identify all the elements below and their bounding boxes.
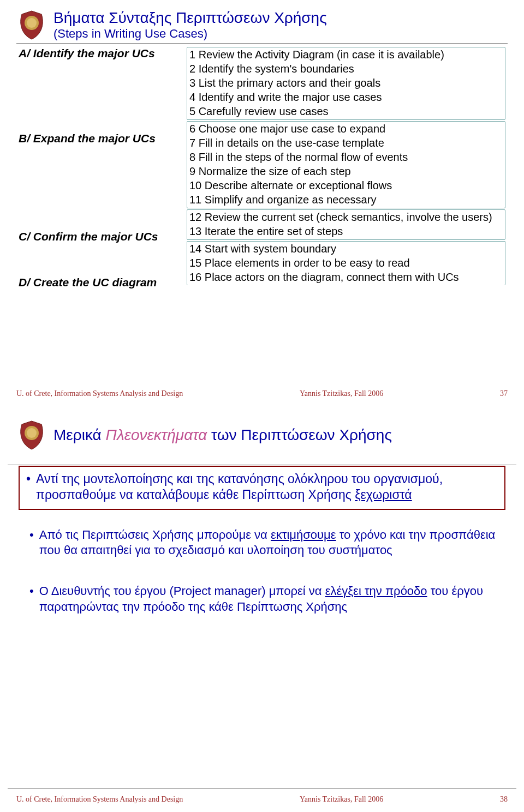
bullet-icon: • <box>26 471 31 503</box>
group-a-box: 1 Review the Activity Diagram (in case i… <box>187 47 505 120</box>
group-d-box: 14 Start with system boundary 15 Place e… <box>187 241 505 285</box>
step-line: 8 Fill in the steps of the normal flow o… <box>189 151 503 164</box>
step-line: 14 Start with system boundary <box>189 242 503 256</box>
step-line: 10 Describe alternate or exceptional flo… <box>189 179 503 193</box>
title-block: Μερικά Πλεονεκτήματα των Περιπτώσεων Χρή… <box>16 420 508 450</box>
svg-point-3 <box>27 428 37 438</box>
footer-mid: Yannis Tzitzikas, Fall 2006 <box>300 795 383 804</box>
university-logo-icon <box>16 420 47 450</box>
step-line: 15 Place elements in order to be easy to… <box>189 256 503 270</box>
step-line: 11 Simplify and organize as necessary <box>189 193 503 207</box>
step-line: 7 Fill in details on the use-case templa… <box>189 136 503 150</box>
step-line: 9 Normalize the size of each step <box>189 165 503 178</box>
phase-c-label: C/ Confirm the major UCs <box>19 230 182 243</box>
advantage-2: • Από τις Περιπτώσεις Χρήσης μπορούμε να… <box>16 527 508 558</box>
slide-subtitle: (Steps in Writing Use Cases) <box>53 27 327 41</box>
phase-d-label: D/ Create the UC diagram <box>19 276 182 289</box>
group-c-box: 12 Review the current set (check semanti… <box>187 209 505 240</box>
slide-footer: U. of Crete, Information Systems Analysi… <box>16 389 508 398</box>
title-divider <box>8 465 516 465</box>
footer-left: U. of Crete, Information Systems Analysi… <box>16 795 183 804</box>
advantage-2-text: Από τις Περιπτώσεις Χρήσης μπορούμε να ε… <box>39 527 500 558</box>
slide-title: Βήματα Σύνταξης Περιπτώσεων Χρήσης <box>53 10 327 27</box>
bullet-icon: • <box>29 584 34 615</box>
slide-37: Βήματα Σύνταξης Περιπτώσεων Χρήσης (Step… <box>0 0 524 406</box>
university-logo-icon <box>16 10 47 40</box>
step-line: 12 Review the current set (check semanti… <box>189 210 503 224</box>
step-line: 1 Review the Activity Diagram (in case i… <box>189 48 503 62</box>
title-divider <box>16 43 508 44</box>
footer-divider <box>8 788 516 789</box>
phase-b-label: B/ Expand the major UCs <box>19 132 182 145</box>
bullet-icon: • <box>29 527 34 558</box>
phase-labels-column: A/ Identify the major UCs B/ Expand the … <box>19 47 182 358</box>
footer-page: 37 <box>500 389 508 398</box>
slide-title: Μερικά Πλεονεκτήματα των Περιπτώσεων Χρή… <box>53 427 392 444</box>
slide-footer: U. of Crete, Information Systems Analysi… <box>16 795 508 804</box>
title-pre: Μερικά <box>53 426 106 443</box>
advantage-3: • Ο Διευθυντής του έργου (Project manage… <box>16 584 508 615</box>
svg-point-1 <box>27 18 37 28</box>
advantage-1-callout: • Αντί της μοντελοποίησης και της κατανό… <box>19 466 505 510</box>
content-columns: A/ Identify the major UCs B/ Expand the … <box>16 47 508 358</box>
slide-38: Μερικά Πλεονεκτήματα των Περιπτώσεων Χρή… <box>0 406 524 811</box>
group-b-box: 6 Choose one major use case to expand 7 … <box>187 121 505 208</box>
step-line: 13 Iterate the entire set of steps <box>189 225 503 238</box>
steps-column: 1 Review the Activity Diagram (in case i… <box>187 47 505 358</box>
step-line: 2 Identify the system's boundaries <box>189 62 503 76</box>
footer-page: 38 <box>500 795 508 804</box>
step-line: 3 List the primary actors and their goal… <box>189 76 503 90</box>
footer-mid: Yannis Tzitzikas, Fall 2006 <box>300 389 383 398</box>
step-line: 5 Carefully review use cases <box>189 105 503 118</box>
title-emphasis: Πλεονεκτήματα <box>106 426 207 443</box>
advantage-3-text: Ο Διευθυντής του έργου (Project manager)… <box>39 584 500 615</box>
title-post: των Περιπτώσεων Χρήσης <box>207 426 392 443</box>
step-line: 6 Choose one major use case to expand <box>189 122 503 136</box>
advantage-1-text: Αντί της μοντελοποίησης και της κατανόησ… <box>36 471 498 503</box>
footer-left: U. of Crete, Information Systems Analysi… <box>16 389 183 398</box>
step-line: 16 Place actors on the diagram, connect … <box>189 270 503 284</box>
title-block: Βήματα Σύνταξης Περιπτώσεων Χρήσης (Step… <box>16 10 508 41</box>
step-line: 4 Identify and write the major use cases <box>189 91 503 104</box>
phase-a-label: A/ Identify the major UCs <box>19 47 182 60</box>
